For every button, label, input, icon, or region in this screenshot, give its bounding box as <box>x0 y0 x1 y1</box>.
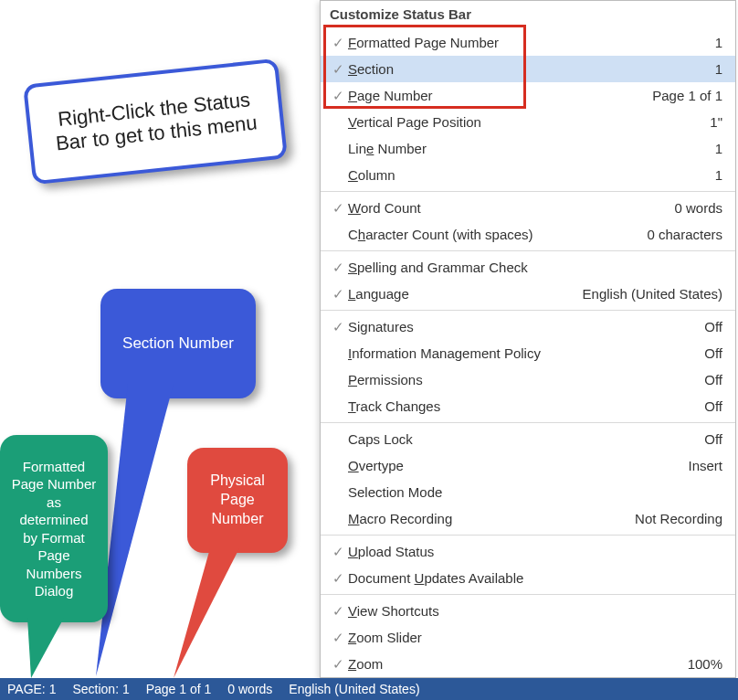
callout-rightclick-instruction: Right-Click the Status Bar to get to thi… <box>23 58 288 186</box>
menu-item-label: Language <box>348 286 409 302</box>
menu-item-information-management-policy[interactable]: Information Management PolicyOff <box>321 340 735 366</box>
menu-item-value: 0 characters <box>647 227 722 242</box>
menu-item-signatures[interactable]: ✓SignaturesOff <box>321 313 735 340</box>
menu-item-word-count[interactable]: ✓Word Count0 words <box>321 195 735 221</box>
callout-text: Formatted Page Number as determined by F… <box>11 458 97 600</box>
menu-item-label: Caps Lock <box>348 431 413 447</box>
menu-item-value: 100% <box>688 656 722 672</box>
menu-item-page-number[interactable]: ✓Page NumberPage 1 of 1 <box>321 82 735 109</box>
check-icon: ✓ <box>328 200 348 217</box>
menu-item-language[interactable]: ✓LanguageEnglish (United States) <box>321 281 735 307</box>
menu-item-label: Document Updates Available <box>348 570 523 586</box>
menu-item-label: Overtype <box>348 458 404 473</box>
menu-item-label: Page Number <box>348 88 433 103</box>
menu-item-value: 1 <box>715 35 722 50</box>
menu-item-label: Section <box>348 61 394 77</box>
menu-item-upload-status[interactable]: ✓Upload Status <box>321 538 735 565</box>
menu-item-value: 0 words <box>674 200 722 216</box>
menu-item-value: Insert <box>688 458 722 473</box>
menu-item-section[interactable]: ✓Section1 <box>321 56 735 82</box>
menu-separator <box>321 535 735 536</box>
menu-item-label: Macro Recording <box>348 511 452 526</box>
menu-item-zoom[interactable]: ✓Zoom100% <box>321 651 735 677</box>
menu-item-value: Off <box>704 431 722 447</box>
check-icon: ✓ <box>328 35 348 51</box>
menu-item-caps-lock[interactable]: Caps LockOff <box>321 426 735 452</box>
check-icon: ✓ <box>328 656 348 673</box>
customize-status-bar-menu: Customize Status Bar ✓Formatted Page Num… <box>320 0 736 678</box>
menu-item-value: Off <box>704 372 722 387</box>
menu-item-document-updates-available[interactable]: ✓Document Updates Available <box>321 565 735 591</box>
menu-item-character-count-with-spaces-[interactable]: Character Count (with spaces)0 character… <box>321 221 735 248</box>
callout-text: Section Number <box>122 334 234 353</box>
menu-item-label: Formatted Page Number <box>348 35 499 50</box>
menu-item-value: Off <box>704 319 722 334</box>
check-icon: ✓ <box>328 544 348 560</box>
callout-physical-page-number: Physical Page Number <box>187 448 288 553</box>
menu-item-overtype[interactable]: OvertypeInsert <box>321 452 735 479</box>
menu-item-view-shortcuts[interactable]: ✓View Shortcuts <box>321 598 735 624</box>
callout-section-number: Section Number <box>100 289 256 398</box>
menu-item-zoom-slider[interactable]: ✓Zoom Slider <box>321 624 735 651</box>
menu-item-value: 1 <box>715 141 722 156</box>
menu-item-value: 1 <box>715 167 722 183</box>
check-icon: ✓ <box>328 570 348 587</box>
menu-item-selection-mode[interactable]: Selection Mode <box>321 479 735 505</box>
menu-item-value: Off <box>704 398 722 414</box>
menu-item-label: Word Count <box>348 200 421 216</box>
menu-item-label: Line Number <box>348 141 427 156</box>
check-icon: ✓ <box>328 630 348 646</box>
menu-item-label: Signatures <box>348 319 414 334</box>
menu-item-vertical-page-position[interactable]: Vertical Page Position1" <box>321 109 735 135</box>
menu-item-label: Permissions <box>348 372 423 387</box>
svg-marker-1 <box>27 618 64 678</box>
menu-separator <box>321 422 735 423</box>
menu-item-label: View Shortcuts <box>348 603 439 619</box>
callout-text: Right-Click the Status Bar to get to thi… <box>42 86 269 156</box>
menu-separator <box>321 191 735 192</box>
callout-formatted-page-number: Formatted Page Number as determined by F… <box>0 435 108 622</box>
menu-item-value: Off <box>704 345 722 361</box>
menu-title: Customize Status Bar <box>321 1 735 29</box>
menu-item-label: Track Changes <box>348 398 440 414</box>
menu-item-label: Selection Mode <box>348 484 442 500</box>
check-icon: ✓ <box>328 286 348 302</box>
menu-item-value: Page 1 of 1 <box>652 88 722 103</box>
menu-item-label: Zoom Slider <box>348 630 422 645</box>
menu-item-label: Information Management Policy <box>348 345 541 361</box>
menu-item-label: Zoom <box>348 656 383 672</box>
menu-item-value: English (United States) <box>583 286 722 302</box>
menu-item-label: Spelling and Grammar Check <box>348 260 528 275</box>
menu-item-macro-recording[interactable]: Macro RecordingNot Recording <box>321 505 735 532</box>
check-icon: ✓ <box>328 319 348 335</box>
check-icon: ✓ <box>328 260 348 276</box>
menu-item-permissions[interactable]: PermissionsOff <box>321 366 735 393</box>
menu-separator <box>321 250 735 251</box>
menu-item-label: Vertical Page Position <box>348 114 481 130</box>
status-word-count[interactable]: 0 words <box>227 682 272 696</box>
menu-item-column[interactable]: Column1 <box>321 162 735 188</box>
menu-separator <box>321 594 735 595</box>
status-page-of[interactable]: Page 1 of 1 <box>146 682 212 696</box>
callout-tail-red <box>164 548 247 681</box>
menu-item-value: 1" <box>710 114 722 130</box>
check-icon: ✓ <box>328 88 348 104</box>
menu-separator <box>321 310 735 311</box>
check-icon: ✓ <box>328 61 348 78</box>
menu-item-line-number[interactable]: Line Number1 <box>321 135 735 162</box>
callout-text: Physical Page Number <box>198 472 277 528</box>
menu-item-value: Not Recording <box>635 511 722 526</box>
menu-item-value: 1 <box>715 61 722 77</box>
menu-item-formatted-page-number[interactable]: ✓Formatted Page Number1 <box>321 29 735 56</box>
menu-item-spelling-and-grammar-check[interactable]: ✓Spelling and Grammar Check <box>321 254 735 281</box>
check-icon: ✓ <box>328 603 348 620</box>
menu-item-label: Upload Status <box>348 544 434 559</box>
status-language[interactable]: English (United States) <box>289 682 419 696</box>
status-page[interactable]: PAGE: 1 <box>7 682 56 696</box>
status-section[interactable]: Section: 1 <box>72 682 129 696</box>
svg-marker-2 <box>174 548 239 678</box>
menu-item-label: Column <box>348 167 395 183</box>
menu-item-label: Character Count (with spaces) <box>348 227 533 242</box>
status-bar[interactable]: PAGE: 1 Section: 1 Page 1 of 1 0 words E… <box>0 678 738 700</box>
menu-item-track-changes[interactable]: Track ChangesOff <box>321 393 735 419</box>
